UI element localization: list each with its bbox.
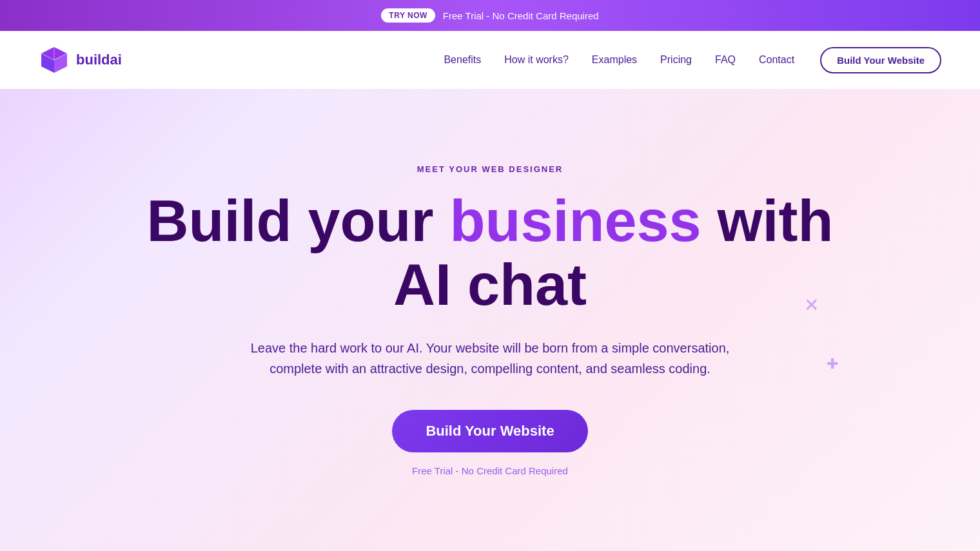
try-now-badge[interactable]: TRY NOW [381,8,435,23]
hero-headline-highlight: business [449,189,701,253]
nav-item-faq[interactable]: FAQ [715,54,736,65]
hero-eyebrow: MEET YOUR WEB DESIGNER [417,164,564,174]
nav-links: Benefits How it works? Examples Pricing … [444,54,794,66]
nav-item-benefits[interactable]: Benefits [444,54,481,65]
nav-item-how-it-works[interactable]: How it works? [504,54,569,65]
navbar: buildai Benefits How it works? Examples … [0,31,980,89]
logo-link[interactable]: buildai [39,44,122,75]
nav-item-pricing[interactable]: Pricing [660,54,692,65]
deco-cross-icon: ✕ [804,295,819,316]
nav-cta-button[interactable]: Build Your Website [820,47,941,73]
hero-section: ✕ ✚ MEET YOUR WEB DESIGNER Build your bu… [0,89,980,551]
top-banner: TRY NOW Free Trial - No Credit Card Requ… [0,0,980,31]
hero-headline-part1: Build your [146,189,449,253]
banner-text: Free Trial - No Credit Card Required [443,10,599,21]
deco-plus-icon: ✚ [827,356,838,372]
nav-item-contact[interactable]: Contact [759,54,794,65]
hero-free-trial-text: Free Trial - No Credit Card Required [412,465,568,476]
hero-cta-button[interactable]: Build Your Website [392,410,587,452]
hero-headline: Build your business with AI chat [135,189,845,317]
logo-icon [39,44,70,75]
nav-item-examples[interactable]: Examples [592,54,637,65]
logo-text: buildai [76,52,122,68]
hero-subtext: Leave the hard work to our AI. Your webs… [245,338,735,379]
